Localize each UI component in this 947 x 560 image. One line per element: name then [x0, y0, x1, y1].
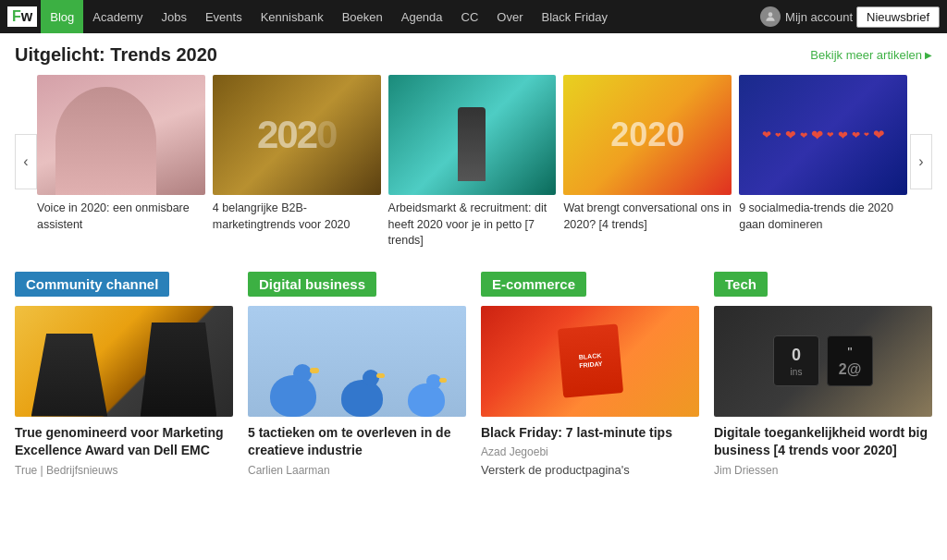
more-articles-link[interactable]: Bekijk meer artikelen [810, 48, 932, 62]
site-logo[interactable]: Fw [7, 6, 37, 27]
nav-item-blog[interactable]: Blog [41, 0, 83, 33]
carousel-next[interactable]: › [910, 134, 932, 189]
carousel-item-1[interactable]: 2020 4 belangrijke B2B-marketingtrends v… [213, 75, 381, 250]
category-col-3: Tech 0 ins " 2@ Digitale toegankelijkhei… [714, 272, 932, 480]
category-article-author-2: Azad Jegoebi [481, 445, 699, 458]
featured-carousel: ‹ Voice in 2020: een onmisbare assistent… [15, 75, 932, 250]
category-img-1 [248, 306, 466, 417]
logo-green-letter: F [12, 8, 21, 25]
nav-item-academy[interactable]: Academy [83, 0, 152, 33]
category-col-1: Digital business [248, 272, 466, 480]
svg-point-0 [769, 12, 773, 17]
nav-item-over[interactable]: Over [487, 0, 532, 33]
nav-item-cc[interactable]: CC [452, 0, 488, 33]
category-article-title-3: Digitale toegankelijkheid wordt big busi… [714, 424, 932, 460]
carousel-item-0[interactable]: Voice in 2020: een onmisbare assistent [37, 75, 205, 250]
account-label: Mijn account [785, 10, 853, 24]
carousel-item-4[interactable]: ❤ ❤ ❤ ❤ ❤ ❤ ❤ ❤ ❤ ❤ 9 socialmedia-trends… [739, 75, 907, 250]
account-menu[interactable]: Mijn account [760, 6, 853, 27]
carousel-item-2[interactable]: Arbeidsmarkt & recruitment: dit heeft 20… [388, 75, 557, 250]
nav-item-events[interactable]: Events [196, 0, 252, 33]
category-article-title-2: Black Friday: 7 last-minute tips [481, 424, 699, 443]
nav-item-jobs[interactable]: Jobs [152, 0, 195, 33]
main-nav: Fw Blog Academy Jobs Events Kennisbank B… [0, 0, 947, 33]
category-tag-3[interactable]: Tech [714, 272, 768, 297]
category-tag-1[interactable]: Digital business [248, 272, 376, 297]
nav-right: Mijn account Nieuwsbrief [760, 6, 940, 28]
carousel-item-title-0: Voice in 2020: een onmisbare assistent [37, 201, 205, 233]
category-tag-0[interactable]: Community channel [15, 272, 169, 297]
carousel-img-4: ❤ ❤ ❤ ❤ ❤ ❤ ❤ ❤ ❤ ❤ [739, 75, 907, 195]
carousel-item-title-1: 4 belangrijke B2B-marketingtrends voor 2… [213, 201, 381, 233]
category-article-subtitle-2: Versterk de productpagina's [481, 462, 699, 479]
logo-white-letter: w [21, 8, 32, 25]
account-avatar [760, 6, 781, 27]
category-img-0 [15, 306, 233, 417]
category-tag-2[interactable]: E-commerce [481, 272, 586, 297]
nav-item-boeken[interactable]: Boeken [333, 0, 392, 33]
category-col-2: E-commerce BLACKFRIDAY Black Friday: 7 l… [481, 272, 699, 480]
carousel-prev[interactable]: ‹ [15, 134, 37, 189]
carousel-item-title-4: 9 socialmedia-trends die 2020 gaan domin… [739, 201, 907, 233]
carousel-item-3[interactable]: 2020 Wat brengt conversational ons in 20… [563, 75, 732, 250]
nav-item-blackfriday[interactable]: Black Friday [533, 0, 618, 33]
category-article-title-1: 5 tactieken om te overleven in de creati… [248, 424, 466, 460]
nav-item-agenda[interactable]: Agenda [392, 0, 452, 33]
nav-item-kennisbank[interactable]: Kennisbank [252, 0, 333, 33]
category-article-author-1: Carlien Laarman [248, 464, 466, 477]
category-article-author-3: Jim Driessen [714, 464, 932, 477]
carousel-img-3: 2020 [563, 75, 732, 195]
featured-title: Uitgelicht: Trends 2020 [15, 44, 217, 66]
carousel-item-title-2: Arbeidsmarkt & recruitment: dit heeft 20… [388, 201, 557, 250]
carousel-items: Voice in 2020: een onmisbare assistent 2… [37, 75, 910, 250]
main-content: Uitgelicht: Trends 2020 Bekijk meer arti… [0, 33, 947, 490]
category-article-author-0: True | Bedrijfsnieuws [15, 464, 233, 477]
featured-header: Uitgelicht: Trends 2020 Bekijk meer arti… [15, 44, 932, 66]
category-article-title-0: True genomineerd voor Marketing Excellen… [15, 424, 233, 460]
carousel-item-title-3: Wat brengt conversational ons in 2020? [… [563, 201, 732, 233]
category-img-3: 0 ins " 2@ [714, 306, 932, 417]
carousel-img-1: 2020 [213, 75, 381, 195]
categories-section: Community channel True genomineerd voor … [15, 272, 932, 480]
category-img-2: BLACKFRIDAY [481, 306, 699, 417]
carousel-img-0 [37, 75, 205, 195]
category-col-0: Community channel True genomineerd voor … [15, 272, 233, 480]
carousel-img-2 [388, 75, 557, 195]
newsletter-button[interactable]: Nieuwsbrief [856, 6, 940, 28]
